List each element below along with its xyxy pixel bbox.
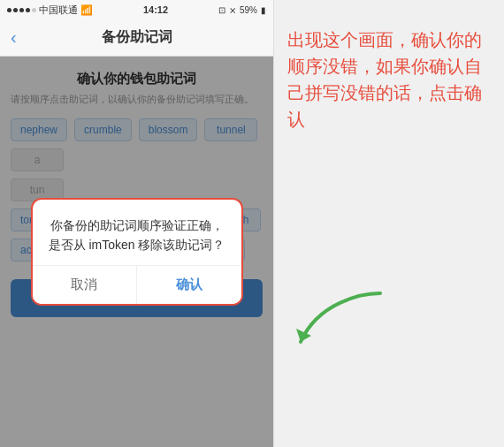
arrow-container xyxy=(292,284,398,359)
back-button[interactable]: ‹ xyxy=(11,27,17,48)
bluetooth-icon: ⨯ xyxy=(229,5,236,15)
nav-title: 备份助记词 xyxy=(102,28,172,47)
battery-icon: ▮ xyxy=(261,5,266,15)
annotation-text: 出现这个画面，确认你的顺序没错，如果你确认自己拼写没错的话，点击确认 xyxy=(287,27,495,133)
main-content: 确认你的钱包助记词 请按顺序点击助记词，以确认你的备份助记词填写正确。 neph… xyxy=(0,57,273,447)
dialog-actions: 取消 确认 xyxy=(33,265,241,304)
dialog-box: 你备份的助记词顺序验证正确，是否从 imToken 移除该助记词？ 取消 确认 xyxy=(31,198,243,307)
phone-frame: 中国联通 📶 14:12 ⊡ ⨯ 59% ▮ ‹ 备份助记词 确认你的钱包助记词… xyxy=(0,0,274,447)
dialog-cancel-button[interactable]: 取消 xyxy=(33,266,138,304)
status-right: ⊡ ⨯ 59% ▮ xyxy=(218,5,266,15)
dialog-overlay: 你备份的助记词顺序验证正确，是否从 imToken 移除该助记词？ 取消 确认 xyxy=(0,57,273,447)
battery-label: 59% xyxy=(240,5,257,15)
carrier-label: 中国联通 xyxy=(39,4,78,17)
dialog-body: 你备份的助记词顺序验证正确，是否从 imToken 移除该助记词？ xyxy=(33,200,241,266)
arrow-icon xyxy=(292,284,398,355)
screen-icon: ⊡ xyxy=(218,5,225,15)
annotation-panel: 出现这个画面，确认你的顺序没错，如果你确认自己拼写没错的话，点击确认 xyxy=(274,0,504,447)
signal-icon xyxy=(7,8,36,12)
status-left: 中国联通 📶 xyxy=(7,4,93,17)
dialog-text: 你备份的助记词顺序验证正确，是否从 imToken 移除该助记词？ xyxy=(47,216,227,255)
dialog-ok-button[interactable]: 确认 xyxy=(137,266,241,304)
svg-marker-0 xyxy=(296,329,311,342)
time-label: 14:12 xyxy=(143,4,168,15)
nav-bar: ‹ 备份助记词 xyxy=(0,19,273,57)
wifi-icon: 📶 xyxy=(80,4,93,16)
status-bar: 中国联通 📶 14:12 ⊡ ⨯ 59% ▮ xyxy=(0,0,273,19)
